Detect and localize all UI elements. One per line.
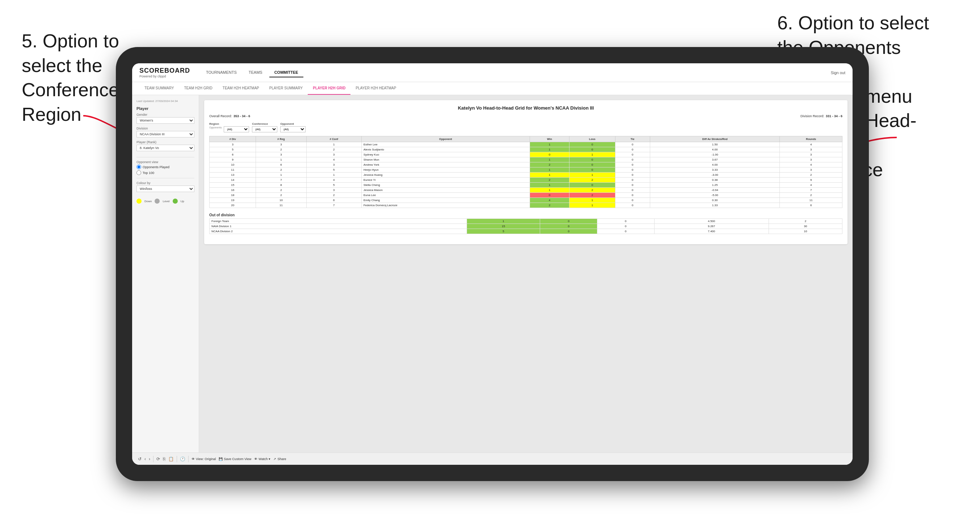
region-select[interactable]: (All) [224, 126, 249, 132]
radio-top100[interactable]: Top 100 [137, 170, 194, 175]
table-row: 9 1 4 Sharon Mun 1 0 0 3.67 3 [210, 157, 842, 162]
cell-reg: 3 [256, 142, 306, 147]
ood-cell-loss: 0 [540, 224, 597, 229]
copy-icon[interactable]: ⎘ [163, 457, 165, 462]
clock-icon[interactable]: 🕐 [180, 457, 185, 462]
radio-opponents-played[interactable]: Opponents Played [137, 165, 194, 169]
app-header: SCOREBOARD Powered by clippd TOURNAMENTS… [132, 63, 853, 82]
gender-select[interactable]: Women's [137, 117, 194, 124]
cell-conf: 1 [306, 173, 361, 178]
table-row: 16 2 3 Jessica Mason 1 2 0 -0.94 7 [210, 188, 842, 193]
table-row: 10 6 3 Andrea York 2 0 0 4.00 4 [210, 162, 842, 167]
opponent-view-radio-group: Opponents Played Top 100 [137, 165, 194, 175]
cell-loss: 1 [570, 198, 615, 203]
ood-cell-win: 15 [467, 224, 540, 229]
logo-area: SCOREBOARD Powered by clippd [139, 67, 190, 78]
filter-region-group: Region Opponents: (All) [209, 122, 249, 132]
table-row: 6 3 3 Sydney Kuo 0 1 0 -1.00 3 [210, 152, 842, 157]
undo-icon[interactable]: ↺ [138, 457, 142, 462]
cell-conf: 4 [306, 178, 361, 183]
cell-div: 15 [210, 183, 256, 188]
sidebar-divider [137, 157, 194, 157]
colour-by-label: Colour by [137, 181, 194, 185]
table-row: 5 2 2 Alexis Sudjianto 1 0 0 4.00 3 [210, 147, 842, 152]
filter-region-label: Region [209, 122, 249, 125]
cell-loss: 0 [570, 157, 615, 162]
cell-rounds: 4 [780, 142, 842, 147]
back-icon[interactable]: ‹ [145, 457, 146, 462]
cell-tie: 0 [615, 142, 650, 147]
cell-name: Euna Lee [361, 193, 530, 198]
watch-icon: 👁 [254, 457, 258, 461]
share-icon: ↗ [273, 457, 276, 461]
table-row: 20 11 7 Federica Domecq Lacroze 2 1 0 1.… [210, 203, 842, 208]
cell-rounds: 9 [780, 178, 842, 183]
cell-loss: 2 [570, 178, 615, 183]
refresh-icon[interactable]: ⟳ [156, 457, 160, 462]
cell-win: 1 [530, 167, 569, 173]
watch-btn[interactable]: 👁 Watch ▾ [254, 457, 270, 461]
conference-select[interactable]: (All) [252, 126, 277, 132]
cell-conf: 5 [306, 167, 361, 173]
cell-rounds: 7 [780, 188, 842, 193]
cell-name: Stella Cheng [361, 183, 530, 188]
nav-tournaments[interactable]: TOURNAMENTS [201, 68, 242, 78]
cell-conf: 5 [306, 183, 361, 188]
table-header-row: # Div # Reg # Conf Opponent Win Loss Tie… [210, 137, 842, 142]
cell-tie: 0 [615, 203, 650, 208]
filter-conference-group: Conference (All) [252, 122, 277, 132]
circle-indicators: Down Level Up [137, 198, 194, 204]
th-loss: Loss [570, 137, 615, 142]
cell-diff: 1.50 [650, 142, 780, 147]
cell-name: Jessica Huang [361, 173, 530, 178]
cell-diff: 3.67 [650, 157, 780, 162]
opponent-view-label: Opponent view [137, 160, 194, 164]
table-row: 19 10 6 Emily Chang 4 1 0 0.30 11 [210, 198, 842, 203]
cell-conf: 3 [306, 162, 361, 167]
division-record-value: 331 - 34 - 6 [826, 114, 842, 118]
opponent-select[interactable]: (All) [280, 126, 305, 132]
view-original-btn[interactable]: 👁 View: Original [191, 457, 216, 461]
sub-tab-player-summary[interactable]: PLAYER SUMMARY [264, 82, 308, 95]
sign-out-link[interactable]: Sign out [831, 70, 845, 75]
cell-loss: 1 [570, 152, 615, 157]
nav-committee[interactable]: COMMITTEE [269, 68, 303, 78]
cell-conf: 1 [306, 142, 361, 147]
annotation-left-l2: select the [22, 55, 102, 76]
cell-div: 16 [210, 188, 256, 193]
player-rank-select[interactable]: 8. Katelyn Vo [137, 145, 194, 151]
table-row: 3 3 1 Esther Lee 1 0 0 1.50 4 [210, 142, 842, 147]
cell-tie: 0 [615, 167, 650, 173]
cell-win: 1 [530, 157, 569, 162]
sub-tab-team-h2h-grid[interactable]: TEAM H2H GRID [179, 82, 218, 95]
th-win: Win [530, 137, 569, 142]
cell-loss: 0 [570, 162, 615, 167]
paste-icon[interactable]: 📋 [168, 457, 174, 462]
sub-tab-team-summary[interactable]: TEAM SUMMARY [139, 82, 179, 95]
save-custom-btn[interactable]: 💾 Save Custom View [219, 457, 251, 461]
eye-icon: 👁 [191, 457, 195, 461]
circle-down [137, 198, 142, 204]
overall-record: Overall Record: 353 - 34 - 6 [209, 112, 250, 119]
circle-up-label: Up [181, 200, 184, 203]
cell-win: 1 [530, 188, 569, 193]
forward-icon[interactable]: › [149, 457, 150, 462]
ood-cell-diff: 9.267 [654, 224, 768, 229]
cell-rounds: 6 [780, 203, 842, 208]
cell-tie: 0 [615, 152, 650, 157]
cell-diff: -1.00 [650, 152, 780, 157]
division-select[interactable]: NCAA Division III [137, 131, 194, 137]
nav-teams[interactable]: TEAMS [243, 68, 267, 78]
ood-cell-tie: 0 [597, 224, 655, 229]
ood-cell-name: Foreign Team [210, 219, 467, 224]
records-row: Overall Record: 353 - 34 - 6 Division Re… [209, 112, 842, 119]
sub-tab-player-h2h-heatmap[interactable]: PLAYER H2H HEATMAP [350, 82, 401, 95]
cell-win: 1 [530, 147, 569, 152]
colour-by-select[interactable]: Win/loss [137, 186, 194, 192]
cell-diff: 0.30 [650, 198, 780, 203]
share-btn[interactable]: ↗ Share [273, 457, 286, 461]
sub-tab-player-h2h-grid[interactable]: PLAYER H2H GRID [308, 82, 350, 95]
table-row: 11 2 5 Heejo Hyun 1 0 0 3.33 3 [210, 167, 842, 173]
sub-tab-team-h2h-heatmap[interactable]: TEAM H2H HEATMAP [218, 82, 264, 95]
cell-win: 0 [530, 193, 569, 198]
